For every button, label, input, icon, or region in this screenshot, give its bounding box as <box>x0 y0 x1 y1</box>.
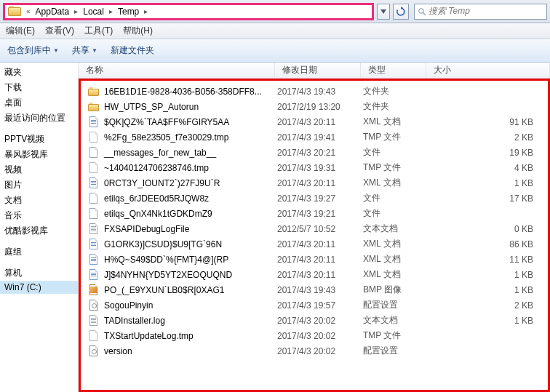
col-size[interactable]: 大小 <box>426 63 550 78</box>
nav-item[interactable]: 算机 <box>0 265 78 281</box>
file-name: %2Fg_58e23505_f7e30029.tmp <box>104 132 228 143</box>
nav-item[interactable]: 暴风影视库 <box>0 147 78 162</box>
file-date: 2017/4/3 20:02 <box>277 346 363 356</box>
table-row[interactable]: __messages_for_new_tab__2017/4/3 20:21文件… <box>81 145 548 160</box>
table-row[interactable]: FXSAPIDebugLogFile2012/5/7 10:52文本文档0 KB <box>81 221 548 236</box>
address-dropdown[interactable] <box>377 4 390 20</box>
table-row[interactable]: ~14040124706238746.tmp2017/4/3 19:31TMP … <box>81 160 548 175</box>
table-row[interactable]: $QK]QZ%`TAA$FF%FGIRY5AA2017/4/3 20:11XML… <box>81 114 548 129</box>
file-type: BMP 图像 <box>363 284 429 296</box>
file-name: SogouPinyin <box>104 300 153 311</box>
toolbar-organize[interactable]: 包含到库中▼ <box>7 44 59 57</box>
file-type: 配置设置 <box>363 299 429 311</box>
file-name: H%Q~S49$DD`%{FMT}4@](RP <box>104 255 228 265</box>
file-date: 2017/4/3 19:27 <box>277 193 363 204</box>
overflow-chevron[interactable]: « <box>25 7 31 15</box>
nav-item[interactable]: 视频 <box>0 162 78 177</box>
col-name[interactable]: 名称 <box>79 63 275 78</box>
table-row[interactable]: 16EB1D1E-9828-4036-B056-358DFF8...2017/4… <box>81 84 548 99</box>
file-type: 配置设置 <box>363 345 429 357</box>
refresh-button[interactable] <box>393 4 409 20</box>
nav-item[interactable]: 音乐 <box>0 208 78 223</box>
file-size: 1 KB <box>429 316 548 326</box>
table-row[interactable]: TADInstaller.log2017/4/3 20:02文本文档1 KB <box>81 313 548 328</box>
nav-item[interactable]: 最近访问的位置 <box>0 111 78 126</box>
nav-item[interactable]: 桌面 <box>0 95 78 111</box>
file-type: TMP 文件 <box>363 329 429 342</box>
nav-item[interactable]: 庭组 <box>0 244 78 260</box>
table-row[interactable]: J]$4NYHN{YD5YT2XEOQUQND2017/4/3 20:11XML… <box>81 267 548 282</box>
file-name: 16EB1D1E-9828-4036-B056-358DFF8... <box>104 87 262 97</box>
file-date: 2017/4/3 20:11 <box>277 117 363 127</box>
file-date: 2017/4/3 19:43 <box>277 285 363 295</box>
file-date: 2017/4/3 20:11 <box>277 270 363 280</box>
file-name: J]$4NYHN{YD5YT2XEOQUQND <box>104 270 232 280</box>
file-size: 1 KB <box>429 285 548 295</box>
file-date: 2017/4/3 20:11 <box>277 255 363 265</box>
nav-item[interactable]: 下载 <box>0 80 78 95</box>
table-row[interactable]: etilqs_6rJDEE0d5RJQW8z2017/4/3 19:27文件17… <box>81 191 548 206</box>
table-row[interactable]: 0RCT3Y_IOUNT2`)27FJ9U`R2017/4/3 20:11XML… <box>81 175 548 191</box>
file-type: 文件夹 <box>363 85 429 97</box>
column-headers: 名称 修改日期 类型 大小 <box>79 63 550 79</box>
file-icon <box>88 254 100 265</box>
table-row[interactable]: G1ORK3)]CSUD}$U9[TG`96N2017/4/3 20:11XML… <box>81 236 548 252</box>
menu-view[interactable]: 查看(V) <box>45 25 74 37</box>
file-icon <box>88 147 100 159</box>
menubar: 编辑(E) 查看(V) 工具(T) 帮助(H) <box>0 23 550 39</box>
crumb-temp[interactable]: Temp <box>113 5 143 18</box>
file-name: TXStartUpdateLog.tmp <box>104 331 194 341</box>
file-name: $QK]QZ%`TAA$FF%FGIRY5AA <box>104 117 229 127</box>
file-date: 2017/4/3 19:43 <box>277 87 363 97</box>
table-row[interactable]: etilqs_QnX4Nk1tGDKDmZ92017/4/3 19:21文件 <box>81 206 548 221</box>
breadcrumb-box-highlighted[interactable]: « AppData ▸ Local ▸ Temp ▸ <box>3 3 374 20</box>
file-name: 0RCT3Y_IOUNT2`)27FJ9U`R <box>104 178 220 188</box>
nav-item[interactable]: 文档 <box>0 193 78 208</box>
col-date[interactable]: 修改日期 <box>275 63 361 78</box>
svg-point-0 <box>419 8 423 12</box>
breadcrumb: « AppData ▸ Local ▸ Temp ▸ <box>25 5 148 18</box>
file-icon <box>88 284 100 296</box>
table-row[interactable]: PO_(_E9YXUN`LB0$R[0XAG12017/4/3 19:43BMP… <box>81 282 548 297</box>
search-box[interactable]: 搜索 Temp <box>414 4 547 20</box>
file-icon <box>88 239 100 250</box>
nav-item[interactable]: PPTV视频 <box>0 132 78 147</box>
file-date: 2017/4/3 20:11 <box>277 239 363 249</box>
nav-item[interactable]: Win7 (C:) <box>0 281 78 294</box>
file-icon <box>88 345 100 357</box>
toolbar-share[interactable]: 共享▼ <box>72 44 97 57</box>
nav-item[interactable]: 优酷影视库 <box>0 223 78 239</box>
file-size: 2 KB <box>429 132 548 143</box>
table-row[interactable]: version2017/4/3 20:02配置设置 <box>81 343 548 359</box>
file-icon <box>88 193 100 204</box>
table-row[interactable]: %2Fg_58e23505_f7e30029.tmp2017/4/3 19:41… <box>81 129 548 145</box>
file-type: XML 文档 <box>363 116 429 128</box>
crumb-local[interactable]: Local <box>79 5 108 18</box>
file-icon <box>88 162 100 174</box>
table-row[interactable]: HW_UTPS_SP_Autorun2017/2/19 13:20文件夹 <box>81 99 548 114</box>
crumb-appdata[interactable]: AppData <box>31 5 74 18</box>
file-area: 名称 修改日期 类型 大小 16EB1D1E-9828-4036-B056-35… <box>79 63 550 392</box>
file-name: etilqs_QnX4Nk1tGDKDmZ9 <box>104 209 212 219</box>
file-date: 2017/4/3 19:31 <box>277 163 363 173</box>
file-size: 11 KB <box>429 255 548 265</box>
table-row[interactable]: TXStartUpdateLog.tmp2017/4/3 20:02TMP 文件 <box>81 328 548 343</box>
file-icon <box>88 315 100 327</box>
col-type[interactable]: 类型 <box>361 63 426 78</box>
toolbar-newfolder[interactable]: 新建文件夹 <box>111 44 154 57</box>
file-icon <box>88 330 100 342</box>
menu-edit[interactable]: 编辑(E) <box>6 25 35 37</box>
file-size: 86 KB <box>429 239 548 249</box>
nav-item[interactable]: 图片 <box>0 177 78 193</box>
menu-help[interactable]: 帮助(H) <box>123 25 153 37</box>
search-icon <box>418 7 426 16</box>
table-row[interactable]: H%Q~S49$DD`%{FMT}4@](RP2017/4/3 20:11XML… <box>81 252 548 267</box>
menu-tools[interactable]: 工具(T) <box>84 25 113 37</box>
search-placeholder: 搜索 Temp <box>429 5 470 17</box>
refresh-icon <box>396 7 406 17</box>
file-size: 17 KB <box>429 193 548 204</box>
table-row[interactable]: SogouPinyin2017/4/3 19:57配置设置2 KB <box>81 297 548 313</box>
file-size: 19 KB <box>429 148 548 158</box>
nav-item[interactable]: 藏夹 <box>0 65 78 80</box>
file-icon <box>88 300 100 311</box>
